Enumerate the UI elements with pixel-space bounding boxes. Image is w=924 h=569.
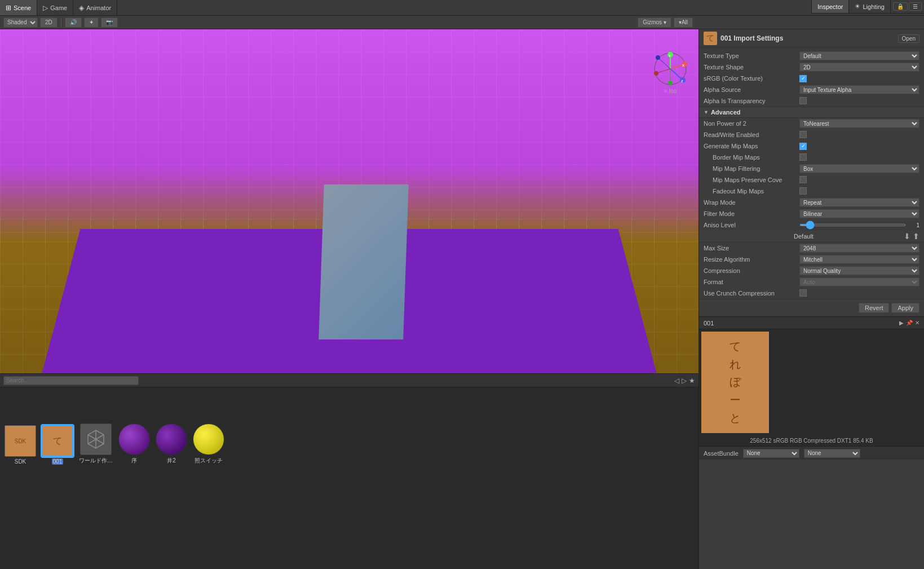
apply-button[interactable]: Apply <box>891 303 919 313</box>
asset-search-input[interactable] <box>3 376 139 385</box>
resize-algo-select[interactable]: Mitchell <box>799 255 919 264</box>
prop-non-power: Non Power of 2 ToNearest <box>699 118 924 129</box>
alpha-source-select[interactable]: Input Texture Alpha <box>799 85 919 94</box>
main-layout: X Y Z <box>0 29 924 569</box>
revert-button[interactable]: Revert <box>859 303 889 313</box>
open-button[interactable]: Open <box>898 34 919 43</box>
tab-inspector[interactable]: Inspector <box>812 0 849 13</box>
tab-scene[interactable]: ⊞ Scene <box>0 0 37 15</box>
2d-toggle[interactable]: 2D <box>40 17 58 28</box>
texture-shape-select[interactable]: 2D <box>799 63 919 72</box>
srgb-label: sRGB (Color Texture) <box>704 75 799 82</box>
platform-download-icon[interactable]: ⬇ <box>904 232 910 241</box>
crunch-label: Use Crunch Compression <box>704 290 799 297</box>
import-icon: て <box>704 32 717 45</box>
preview-info: 256x512 sRGB RGB Compressed DXT1 85.4 KB <box>699 435 924 446</box>
border-mip-label: Border Mip Maps <box>704 154 799 161</box>
fx-btn[interactable]: ✦ <box>84 17 99 28</box>
generate-mip-label: Generate Mip Maps <box>704 143 799 149</box>
asset-grid: SDK SDK て 001 <box>0 387 698 469</box>
import-settings-title: 001 Import Settings <box>720 34 895 42</box>
compression-label: Compression <box>704 267 799 274</box>
all-btn[interactable]: ▾All <box>674 17 693 28</box>
border-mip-checkbox[interactable] <box>799 153 807 161</box>
mip-preserve-checkbox[interactable] <box>799 176 807 183</box>
list-item[interactable]: 序 <box>118 424 150 465</box>
gizmos-btn[interactable]: Gizmos ▾ <box>638 17 671 28</box>
max-size-select[interactable]: 2048 <box>799 244 919 253</box>
list-item[interactable]: SDK SDK <box>5 425 36 465</box>
crunch-checkbox[interactable] <box>799 289 807 297</box>
jp-char-3: ぼ <box>730 374 741 390</box>
svg-text:Z: Z <box>681 80 683 83</box>
prop-aniso: Aniso Level 1 <box>699 219 924 231</box>
preview-title: 001 <box>704 320 897 327</box>
platform-upload-icon[interactable]: ⬆ <box>913 232 919 241</box>
advanced-label: Advanced <box>711 109 741 116</box>
srgb-checkbox[interactable]: ✓ <box>799 75 807 82</box>
list-item[interactable]: ワールド作成... <box>79 424 113 465</box>
asset-bundle-select[interactable]: None <box>743 449 799 458</box>
asset-thumb-switch <box>193 424 224 455</box>
animator-icon: ◈ <box>79 4 84 12</box>
fadeout-mip-checkbox[interactable] <box>799 187 807 195</box>
prop-mip-preserve: Mip Maps Preserve Cove <box>699 174 924 186</box>
inspector-lock-button[interactable]: 🔒 <box>893 2 908 11</box>
prop-crunch: Use Crunch Compression <box>699 288 924 299</box>
asset-bundle-variant-select[interactable]: None <box>804 449 860 458</box>
shading-dropdown[interactable]: Shaded <box>3 17 38 28</box>
section-advanced[interactable]: ▼ Advanced <box>699 107 924 118</box>
asset-thumb-sdk: SDK <box>5 425 36 457</box>
filter-mode-select[interactable]: Bilinear <box>799 209 919 218</box>
unity-logo-icon <box>86 429 106 449</box>
cam-btn[interactable]: 📷 <box>101 17 118 28</box>
asset-back-btn[interactable]: ◁ <box>674 377 679 385</box>
inspector-menu-button[interactable]: ☰ <box>909 2 922 11</box>
list-item[interactable]: て 001 <box>42 425 73 465</box>
gizmo-widget[interactable]: X Y Z <box>653 52 687 86</box>
svg-point-15 <box>668 81 673 85</box>
tab-game[interactable]: ▷ Game <box>37 0 73 15</box>
preview-header: 001 ▶ 📌 ✕ <box>699 317 924 329</box>
generate-mip-checkbox[interactable]: ✓ <box>799 143 807 150</box>
scene-toolbar: Shaded 2D 🔊 ✦ 📷 Gizmos ▾ ▾All <box>0 16 924 29</box>
asset-browser: ◁ ▷ ★ SDK SDK て 001 <box>0 373 698 469</box>
preview-close-btn[interactable]: ✕ <box>915 320 919 326</box>
fadeout-mip-label: Fadeout Mip Maps <box>704 188 799 195</box>
list-item[interactable]: 照スイッチ <box>193 424 224 465</box>
asset-bundle-bar: AssetBundle None None <box>699 446 924 460</box>
mip-filter-select[interactable]: Box <box>799 164 919 173</box>
asset-star-btn[interactable]: ★ <box>689 377 695 385</box>
prop-wrap-mode: Wrap Mode Repeat <box>699 197 924 208</box>
texture-type-value[interactable]: Default <box>799 51 919 60</box>
wrap-mode-select[interactable]: Repeat <box>799 198 919 207</box>
list-item[interactable]: 井2 <box>156 424 187 465</box>
svg-point-13 <box>654 71 658 76</box>
svg-point-17 <box>656 55 660 60</box>
aniso-slider[interactable] <box>799 224 906 226</box>
preview-pin-btn[interactable]: 📌 <box>906 320 913 326</box>
tab-game-label: Game <box>50 5 67 11</box>
asset-forward-btn[interactable]: ▷ <box>682 377 687 385</box>
texture-type-select[interactable]: Default <box>799 51 919 60</box>
aniso-label: Aniso Level <box>704 222 799 228</box>
compression-select[interactable]: Normal Quality <box>799 266 919 275</box>
jp-char-2: れ <box>730 357 741 372</box>
sound-btn[interactable]: 🔊 <box>65 17 82 28</box>
prop-max-size: Max Size 2048 <box>699 242 924 254</box>
import-settings-header: て 001 Import Settings Open <box>699 29 924 48</box>
preview-collapse-btn[interactable]: ▶ <box>899 320 904 326</box>
scene-3d: X Y Z <box>0 29 698 373</box>
asset-label-i2: 井2 <box>167 457 176 465</box>
prop-border-mip: Border Mip Maps <box>699 152 924 163</box>
format-select[interactable]: Auto <box>799 277 919 286</box>
jp-char-1: て <box>730 339 741 354</box>
asset-thumb-jo <box>118 424 150 455</box>
tab-lighting[interactable]: ☀ Lighting <box>849 0 891 13</box>
non-power-label: Non Power of 2 <box>704 120 799 127</box>
read-write-checkbox[interactable] <box>799 131 807 138</box>
tab-animator[interactable]: ◈ Animator <box>73 0 117 15</box>
alpha-transparency-checkbox[interactable] <box>799 97 807 104</box>
inspector-panel: て 001 Import Settings Open Texture Type … <box>698 29 924 569</box>
non-power-select[interactable]: ToNearest <box>799 119 919 128</box>
